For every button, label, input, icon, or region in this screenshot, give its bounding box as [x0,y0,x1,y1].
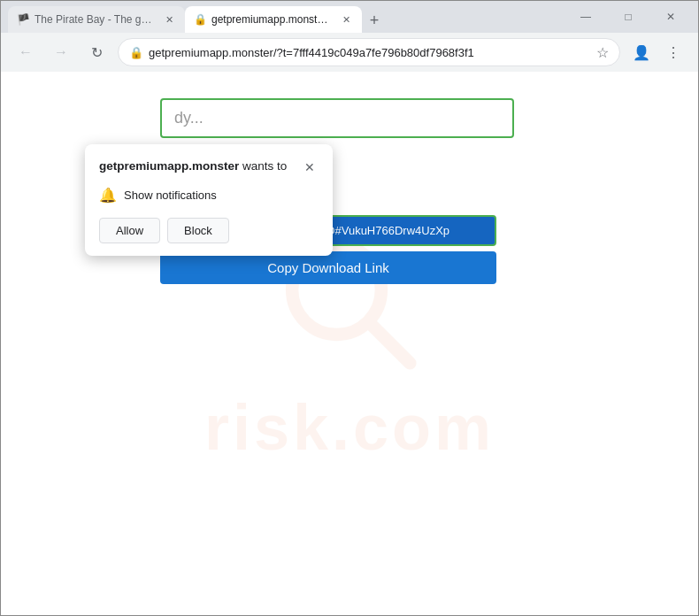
tab-2-title: getpremiumapp.monster/?t=7f... [211,13,334,26]
bell-icon: 🔔 [99,187,117,204]
url-text: getpremiumapp.monster/?t=7fff4419c049a7f… [149,46,591,59]
tab-1-close[interactable]: ✕ [162,12,176,27]
popup-header: getpremiumapp.monster wants to ✕ [99,158,319,176]
tab-2-close[interactable]: ✕ [339,12,353,27]
tab-2[interactable]: 🔒 getpremiumapp.monster/?t=7f... ✕ [185,6,362,33]
page-content: risk.com dy... 5 RL in browser https://m… [1,72,698,615]
window-controls: — □ ✕ [565,4,691,30]
svg-line-1 [369,322,411,364]
watermark-text: risk.com [204,391,495,464]
new-tab-button[interactable]: + [362,8,387,33]
tab-1-title: The Pirate Bay - The galaxy's m... [35,13,157,26]
popup-close-button[interactable]: ✕ [301,158,319,176]
popup-permission-label: Show notifications [124,189,217,202]
nav-bar: ← → ↻ 🔒 getpremiumapp.monster/?t=7fff441… [1,33,698,72]
close-button[interactable]: ✕ [650,4,691,30]
forward-button[interactable]: → [47,38,75,66]
popup-title: getpremiumapp.monster wants to [99,158,301,175]
page-input-box: dy... [160,98,514,138]
lock-icon: 🔒 [129,46,143,59]
profile-button[interactable]: 👤 [627,38,656,66]
tab-1[interactable]: 🏴 The Pirate Bay - The galaxy's m... ✕ [8,6,185,33]
notification-popup: getpremiumapp.monster wants to ✕ 🔔 Show … [85,144,333,256]
copy-download-button[interactable]: Copy Download Link [160,251,496,284]
allow-button[interactable]: Allow [99,218,160,243]
popup-site-name: getpremiumapp.monster [99,159,239,173]
tab-2-favicon: 🔒 [194,13,206,26]
reload-button[interactable]: ↻ [82,38,111,66]
popup-buttons: Allow Block [99,218,319,243]
menu-button[interactable]: ⋮ [659,38,687,66]
popup-permission-row: 🔔 Show notifications [99,187,319,204]
nav-actions: 👤 ⋮ [627,38,687,66]
popup-wants-text: wants to [239,159,287,173]
browser-window: 🏴 The Pirate Bay - The galaxy's m... ✕ 🔒… [0,0,699,616]
bookmark-star-icon[interactable]: ☆ [596,44,609,61]
minimize-button[interactable]: — [565,4,606,30]
maximize-button[interactable]: □ [608,4,649,30]
tab-bar: 🏴 The Pirate Bay - The galaxy's m... ✕ 🔒… [8,1,555,33]
back-button[interactable]: ← [12,38,40,66]
block-button[interactable]: Block [167,218,229,243]
tab-1-favicon: 🏴 [17,13,29,26]
address-bar[interactable]: 🔒 getpremiumapp.monster/?t=7fff4419c049a… [118,38,620,66]
title-bar: 🏴 The Pirate Bay - The galaxy's m... ✕ 🔒… [1,1,698,33]
